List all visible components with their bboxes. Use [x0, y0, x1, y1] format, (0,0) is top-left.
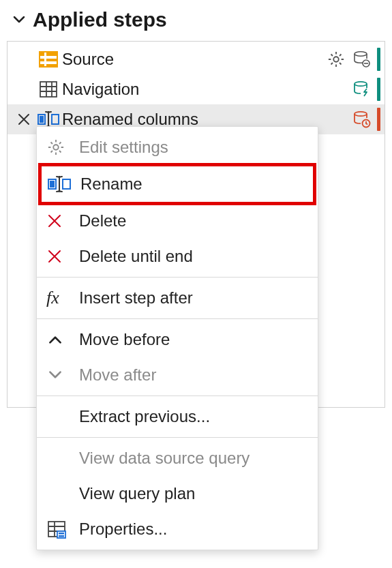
panel-title: Applied steps — [33, 8, 167, 31]
svg-rect-0 — [39, 51, 58, 68]
svg-rect-2 — [40, 61, 57, 64]
menu-separator — [37, 437, 318, 438]
menu-label: Delete until end — [79, 247, 193, 266]
panel-header[interactable]: Applied steps — [7, 5, 385, 38]
rename-icon — [48, 175, 78, 193]
svg-rect-3 — [44, 53, 46, 66]
svg-point-14 — [53, 145, 58, 149]
menu-item-move-after: Move after — [37, 357, 318, 393]
fx-icon: fx — [46, 288, 76, 308]
svg-rect-7 — [40, 82, 57, 97]
menu-label: View data source query — [79, 449, 250, 468]
delete-step-icon[interactable] — [13, 112, 35, 127]
menu-item-move-before[interactable]: Move before — [37, 322, 318, 357]
svg-rect-1 — [40, 56, 57, 59]
chevron-down-icon — [11, 12, 27, 28]
svg-rect-11 — [40, 116, 44, 123]
step-row-navigation[interactable]: Navigation — [7, 74, 385, 104]
table-icon — [35, 79, 62, 100]
gear-icon[interactable] — [325, 48, 347, 70]
highlighted-menu-item: Rename — [38, 163, 316, 205]
menu-item-delete-until-end[interactable]: Delete until end — [37, 239, 318, 274]
svg-point-5 — [355, 52, 367, 56]
svg-rect-21 — [59, 535, 64, 537]
applied-steps-list: Source — [7, 41, 385, 408]
menu-label: Delete — [79, 211, 126, 230]
chevron-down-icon — [46, 366, 76, 384]
step-status-bar — [377, 108, 380, 131]
chevron-up-icon — [46, 331, 76, 348]
close-icon — [46, 213, 76, 229]
menu-label: Insert step after — [79, 288, 193, 308]
source-icon — [35, 49, 62, 70]
menu-item-insert-step-after[interactable]: fx Insert step after — [37, 280, 318, 316]
menu-item-properties[interactable]: Properties... — [37, 511, 318, 547]
close-icon — [46, 248, 76, 265]
database-remove-icon — [351, 48, 373, 70]
properties-icon — [46, 519, 76, 539]
menu-separator — [37, 395, 318, 396]
svg-point-8 — [355, 82, 367, 86]
svg-rect-10 — [52, 115, 59, 124]
menu-label: View query plan — [79, 484, 195, 503]
menu-separator — [37, 277, 318, 278]
menu-label: Edit settings — [79, 138, 168, 157]
database-clock-icon — [351, 108, 373, 130]
svg-point-12 — [355, 112, 367, 116]
menu-label: Properties... — [79, 520, 167, 539]
menu-label: Move after — [79, 365, 156, 385]
menu-label: Extract previous... — [79, 407, 210, 426]
menu-item-edit-settings: Edit settings — [37, 130, 318, 165]
svg-point-4 — [333, 57, 338, 61]
svg-rect-20 — [59, 533, 64, 535]
step-label: Source — [62, 50, 325, 69]
gear-icon — [46, 138, 76, 157]
menu-item-view-query-plan[interactable]: View query plan — [37, 476, 318, 511]
context-menu: Edit settings Rename — [36, 126, 318, 550]
menu-item-delete[interactable]: Delete — [37, 203, 318, 239]
menu-item-view-data-source-query: View data source query — [37, 440, 318, 476]
menu-label: Rename — [80, 175, 142, 194]
menu-separator — [37, 318, 318, 319]
step-row-source[interactable]: Source — [7, 44, 385, 74]
step-status-bar — [377, 48, 380, 71]
step-status-bar — [377, 78, 380, 101]
svg-rect-16 — [63, 179, 70, 189]
database-bolt-icon — [351, 78, 373, 100]
menu-label: Move before — [79, 330, 170, 349]
step-label: Navigation — [62, 80, 351, 99]
svg-rect-17 — [50, 181, 55, 188]
menu-item-extract-previous[interactable]: Extract previous... — [37, 399, 318, 434]
menu-item-rename[interactable]: Rename — [42, 166, 313, 202]
